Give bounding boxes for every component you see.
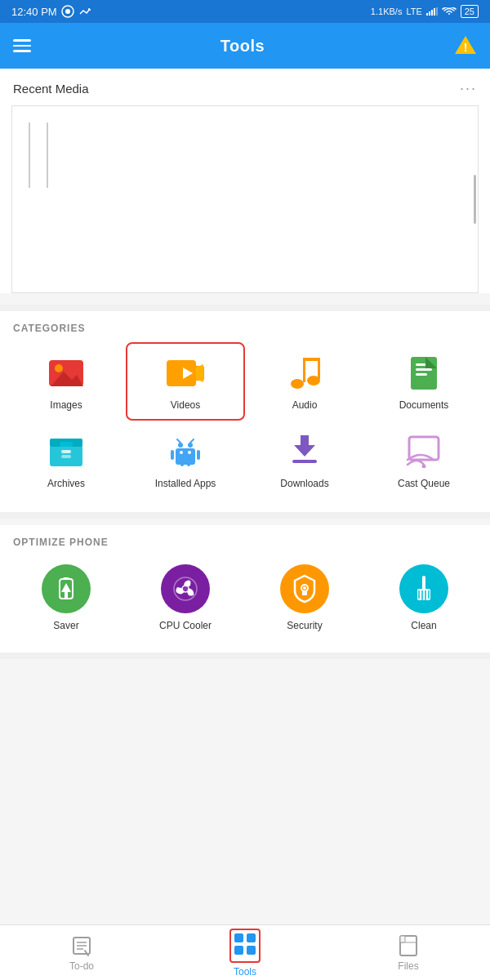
todo-nav-label: To-do — [69, 960, 94, 972]
wifi-icon — [442, 7, 457, 16]
recent-media-title: Recent Media — [13, 82, 89, 96]
documents-label: Documents — [399, 399, 449, 411]
archives-label: Archives — [47, 478, 85, 489]
security-icon — [292, 574, 318, 604]
tools-nav-icon-box — [229, 929, 261, 963]
recent-media-area — [11, 105, 479, 293]
divider-3 — [0, 653, 490, 659]
svg-rect-41 — [180, 458, 184, 466]
files-nav-label: Files — [398, 960, 418, 972]
category-installed-apps[interactable]: Installed Apps — [126, 421, 245, 499]
optimize-section: OPTIMIZE PHONE Saver — [0, 525, 490, 653]
nav-tools[interactable]: Tools — [163, 925, 327, 980]
svg-rect-70 — [247, 946, 256, 955]
audio-label: Audio — [292, 399, 318, 411]
speed: 1.1KB/s — [371, 7, 403, 16]
category-videos[interactable]: Videos — [126, 342, 245, 421]
signal-icon — [426, 7, 438, 16]
videos-icon — [165, 357, 206, 390]
status-right: 1.1KB/s LTE 25 — [371, 5, 479, 18]
svg-rect-26 — [416, 368, 432, 371]
saver-circle — [42, 564, 91, 613]
downloads-label: Downloads — [280, 478, 328, 489]
documents-icon — [409, 355, 439, 391]
archives-icon — [48, 435, 84, 468]
time: 12:40 PM — [11, 6, 57, 18]
svg-point-44 — [188, 451, 191, 454]
clean-icon — [411, 574, 437, 604]
cast-queue-label: Cast Queue — [398, 478, 450, 489]
installed-apps-label: Installed Apps — [155, 478, 216, 489]
divider-1 — [0, 305, 490, 311]
svg-rect-42 — [187, 458, 190, 466]
nav-todo[interactable]: To-do — [0, 925, 163, 980]
audio-icon — [289, 356, 320, 390]
warning-triangle-icon: ! — [454, 34, 477, 56]
downloads-icon — [289, 434, 320, 470]
category-archives[interactable]: Archives — [7, 421, 126, 499]
svg-point-19 — [291, 379, 304, 389]
svg-point-43 — [180, 451, 183, 454]
recent-media-menu[interactable]: ··· — [460, 80, 477, 97]
tools-icon — [233, 932, 257, 956]
audio-icon-container — [283, 352, 326, 394]
svg-marker-45 — [294, 435, 315, 457]
categories-section: CATEGORIES Images — [0, 311, 490, 512]
security-label: Security — [287, 620, 322, 631]
videos-label: Videos — [171, 399, 200, 411]
categories-grid: Images Videos — [0, 342, 490, 499]
svg-rect-46 — [292, 460, 317, 463]
svg-rect-31 — [60, 442, 73, 447]
category-images[interactable]: Images — [7, 342, 126, 421]
messenger-icon — [61, 5, 74, 18]
svg-rect-50 — [63, 577, 69, 580]
downloads-icon-container — [283, 430, 326, 473]
svg-rect-23 — [318, 358, 320, 379]
category-downloads[interactable]: Downloads — [245, 421, 364, 499]
menu-button[interactable] — [13, 39, 31, 52]
optimize-security[interactable]: Security — [245, 556, 364, 639]
videos-icon-container — [164, 352, 207, 394]
svg-rect-40 — [197, 450, 200, 460]
svg-rect-69 — [234, 946, 243, 955]
archives-icon-container — [45, 430, 87, 473]
cast-queue-icon-container — [403, 430, 445, 473]
documents-icon-container — [403, 352, 445, 394]
wifi-calling-icon — [78, 7, 91, 16]
battery-box: 25 — [461, 5, 479, 18]
svg-rect-27 — [416, 373, 427, 376]
category-cast-queue[interactable]: Cast Queue — [364, 421, 483, 499]
svg-point-53 — [182, 586, 189, 592]
cpu-cooler-label: CPU Cooler — [159, 620, 212, 631]
recent-media-section: Recent Media ··· — [0, 69, 490, 293]
svg-rect-8 — [436, 7, 438, 16]
app-title: Tools — [220, 37, 265, 56]
optimize-cpu-cooler[interactable]: CPU Cooler — [126, 556, 245, 639]
tools-nav-label: Tools — [234, 966, 256, 978]
svg-rect-33 — [61, 455, 71, 458]
bottom-spacer — [0, 659, 490, 724]
clean-label: Clean — [411, 620, 436, 631]
svg-rect-68 — [247, 933, 256, 942]
media-placeholder-2 — [47, 122, 48, 188]
saver-label: Saver — [53, 620, 78, 631]
category-documents[interactable]: Documents — [364, 342, 483, 421]
optimize-saver[interactable]: Saver — [7, 556, 126, 639]
warning-button[interactable]: ! — [454, 34, 477, 57]
recent-media-header: Recent Media ··· — [0, 69, 490, 105]
category-audio[interactable]: Audio — [245, 342, 364, 421]
todo-icon — [70, 934, 93, 957]
media-placeholder-1 — [29, 122, 30, 188]
nav-files[interactable]: Files — [327, 925, 490, 980]
cast-queue-icon — [406, 435, 442, 468]
svg-line-38 — [190, 439, 194, 443]
svg-rect-5 — [429, 11, 430, 16]
optimize-clean[interactable]: Clean — [364, 556, 483, 639]
network-type: LTE — [406, 7, 421, 16]
svg-rect-39 — [171, 450, 174, 460]
optimize-grid: Saver CPU Cooler — [0, 556, 490, 639]
status-left: 12:40 PM — [11, 5, 91, 18]
svg-marker-51 — [61, 583, 71, 598]
optimize-label: OPTIMIZE PHONE — [0, 525, 490, 556]
svg-rect-67 — [234, 933, 243, 942]
